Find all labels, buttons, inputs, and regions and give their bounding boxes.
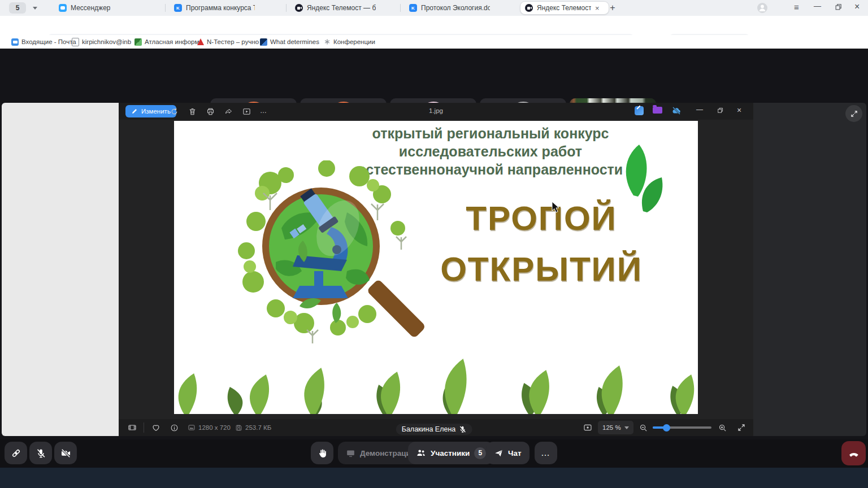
fit-to-screen-icon[interactable] — [582, 422, 593, 433]
camera-toggle-button[interactable] — [54, 442, 77, 464]
telemost-icon — [295, 4, 303, 12]
mail-icon — [11, 38, 19, 46]
leaves-decoration — [612, 145, 669, 215]
bookmark-what-determines[interactable]: What determines — [260, 35, 319, 49]
tab-messenger[interactable]: Мессенджер — [54, 0, 171, 16]
zoom-out-icon[interactable] — [637, 422, 649, 433]
tab-counter-button[interactable]: 5 — [9, 2, 26, 14]
zoom-in-icon[interactable] — [717, 422, 728, 433]
screen-icon — [346, 448, 355, 458]
more-options-button[interactable]: … — [535, 442, 557, 464]
rotate-icon[interactable] — [168, 106, 180, 117]
shared-screen-stage: Изменить … 1.jpg — × — [2, 103, 866, 436]
image-filesize: 253.7 КБ — [235, 419, 271, 436]
bookmark-atlas[interactable]: Атласная информ — [134, 35, 199, 49]
browser-tab-strip: 5 Мессенджер K Программа конкурса Тро Ян… — [0, 0, 868, 16]
copy-link-button[interactable] — [5, 442, 27, 464]
vk-icon: K — [409, 4, 417, 12]
vk-icon: K — [174, 4, 182, 12]
print-icon[interactable] — [205, 106, 216, 117]
address-bar: ← telemost.yandex.ru Яндекс Телемост — б… — [0, 16, 868, 35]
raise-hand-button[interactable] — [311, 442, 333, 464]
viewer-minimize-icon[interactable]: — — [696, 106, 703, 114]
viewer-close-icon[interactable]: × — [737, 106, 741, 115]
picture-icon — [188, 424, 196, 432]
toolbar-more-icon[interactable]: … — [260, 107, 267, 115]
paper-plane-icon — [494, 448, 504, 458]
filmstrip-icon[interactable] — [127, 422, 138, 433]
link-icon — [11, 448, 21, 459]
presenter-name-pill: Балакина Елена — [396, 424, 472, 435]
bookmark-ntester[interactable]: N-Тестер – ручно — [197, 35, 259, 49]
expand-icon — [850, 110, 858, 118]
document-icon — [72, 38, 79, 46]
mouse-cursor — [552, 201, 561, 213]
telemost-meeting-area: Штирц Юлия БЕ Балакина Елена Тарута Улья… — [0, 49, 868, 468]
hand-icon — [317, 448, 328, 459]
window-restore-button[interactable] — [834, 3, 843, 11]
tab-list-chevron[interactable] — [33, 7, 37, 10]
zoom-slider[interactable] — [653, 426, 711, 429]
tab-telemost-1[interactable]: Яндекс Телемост — бесп — [290, 0, 407, 16]
chevron-down-icon — [624, 426, 629, 429]
slide-image: открытый региональный конкурс исследоват… — [174, 121, 698, 414]
viewer-fullscreen-icon[interactable] — [736, 422, 747, 433]
favorite-heart-icon[interactable] — [150, 422, 162, 433]
magnifier-illustration — [236, 160, 434, 352]
asterisk-icon — [324, 38, 331, 45]
expand-shared-screen-button[interactable] — [845, 105, 862, 122]
messenger-icon — [59, 4, 67, 12]
people-icon — [416, 448, 426, 458]
new-tab-button[interactable]: + — [607, 2, 618, 14]
delete-icon[interactable] — [186, 106, 198, 117]
participants-button[interactable]: Участники 5 — [408, 442, 494, 464]
camera-off-icon — [60, 448, 71, 459]
window-minimize-button[interactable]: — — [814, 2, 821, 10]
end-call-button[interactable] — [841, 441, 866, 465]
info-icon[interactable] — [168, 422, 180, 433]
zoom-level-dropdown[interactable]: 125 % — [598, 421, 633, 434]
call-control-bar: Демонстрация Участники 5 Чат … — [0, 439, 868, 468]
viewer-filename: 1.jpg — [429, 107, 443, 114]
image-dimensions: 1280 x 720 — [188, 419, 231, 436]
microphone-toggle-button[interactable] — [29, 442, 52, 464]
blue-logo-icon — [260, 38, 267, 46]
slideshow-icon[interactable] — [241, 106, 252, 117]
triangle-logo-icon — [197, 38, 204, 45]
pencil-icon — [131, 108, 138, 115]
browser-menu-icon[interactable]: ≡ — [794, 2, 799, 12]
folder-purple-icon[interactable] — [653, 107, 662, 114]
participants-count-badge: 5 — [474, 447, 486, 459]
leaf-border — [174, 358, 698, 414]
tab-telemost-active[interactable]: Яндекс Телемост — бе × — [520, 1, 609, 15]
bookmark-mail[interactable]: Входящие - Почта — [11, 35, 76, 49]
hang-up-icon — [848, 447, 860, 460]
open-in-editor-icon[interactable] — [635, 106, 644, 115]
bookmark-kirpichnikov[interactable]: kirpichnikov@inb — [72, 35, 131, 49]
tab-vk-program[interactable]: K Программа конкурса Тро — [170, 0, 292, 16]
bookmarks-bar: Входящие - Почта kirpichnikov@inb Атласн… — [0, 35, 868, 49]
slider-knob[interactable] — [663, 424, 670, 432]
mic-off-icon — [36, 448, 46, 459]
disk-icon — [235, 424, 242, 432]
telemost-icon — [525, 4, 533, 12]
desktop: 5 Мессенджер K Программа конкурса Тро Ян… — [0, 0, 868, 488]
cloud-off-icon[interactable] — [671, 106, 682, 116]
chat-button[interactable]: Чат — [486, 442, 530, 464]
tab-protocol-doc[interactable]: K Протокол Экология.docx — [405, 0, 524, 16]
windows-taskbar: Поиск Y W P — [0, 468, 868, 488]
browser-profile-avatar[interactable] — [757, 3, 767, 13]
viewer-toolbar: Изменить … 1.jpg — × — [119, 103, 753, 120]
image-icon — [134, 38, 142, 46]
tab-close-icon[interactable]: × — [595, 4, 600, 12]
viewer-restore-icon[interactable] — [717, 107, 724, 114]
mic-muted-icon — [458, 425, 466, 433]
window-close-button[interactable]: × — [854, 2, 860, 12]
share-icon[interactable] — [223, 106, 234, 117]
image-viewer-window: Изменить … 1.jpg — × — [119, 103, 753, 436]
shared-desktop-background — [2, 103, 119, 436]
bookmark-conferences[interactable]: Конференции — [324, 35, 375, 49]
